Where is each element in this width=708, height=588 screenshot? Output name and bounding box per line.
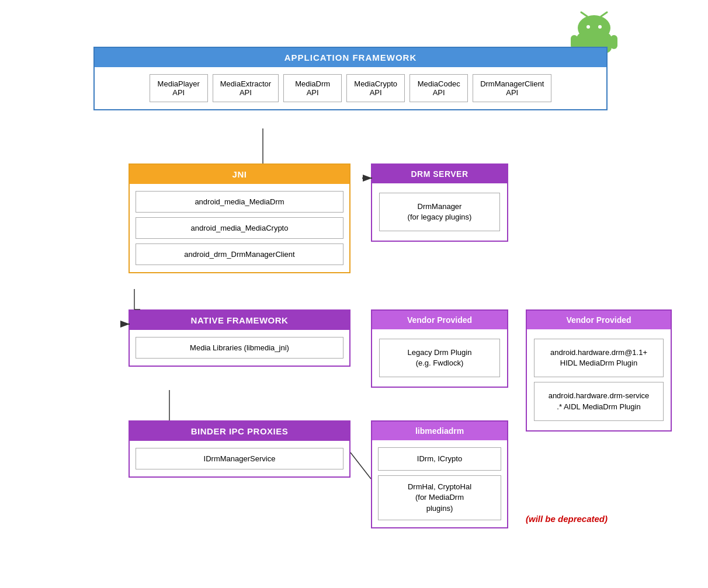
vendor-right-item-aidl: android.hardware.drm-service.* AIDL Medi… — [534, 382, 664, 420]
api-box-drmmanagerclient: DrmManagerClientAPI — [473, 74, 551, 102]
jni-item-mediacrypto: android_media_MediaCrypto — [136, 217, 343, 239]
vendor-right-box: Vendor Provided android.hardware.drm@1.1… — [526, 309, 672, 432]
binder-item-idrmmanagerservice: IDrmManagerService — [136, 448, 343, 469]
api-box-mediacodec: MediaCodecAPI — [409, 74, 468, 102]
app-framework-body: MediaPlayerAPI MediaExtractorAPI MediaDr… — [95, 67, 606, 109]
svg-point-1 — [578, 15, 610, 41]
jni-header: JNI — [130, 165, 349, 184]
app-framework-box: APPLICATION FRAMEWORK MediaPlayerAPI Med… — [93, 47, 608, 110]
libmediadrm-box: libmediadrm IDrm, ICrypto DrmHal, Crypto… — [371, 420, 508, 528]
binder-box: BINDER IPC PROXIES IDrmManagerService — [129, 420, 350, 478]
vendor-right-item-hidl: android.hardware.drm@1.1+HIDL MediaDrm P… — [534, 339, 664, 377]
jni-item-mediadrm: android_media_MediaDrm — [136, 191, 343, 213]
binder-body: IDrmManagerService — [130, 441, 349, 476]
binder-header: BINDER IPC PROXIES — [130, 422, 349, 441]
libmedia-header: libmediadrm — [372, 422, 507, 440]
svg-rect-7 — [610, 35, 617, 49]
api-box-mediaplayer: MediaPlayerAPI — [150, 74, 208, 102]
vendor-left-item-legacydrm: Legacy Drm Plugin(e.g. Fwdlock) — [379, 339, 500, 377]
diagram-container: APPLICATION FRAMEWORK MediaPlayerAPI Med… — [0, 0, 708, 588]
drm-server-body: DrmManager(for legacy plugins) — [372, 183, 507, 241]
api-box-mediaextractor: MediaExtractorAPI — [213, 74, 279, 102]
drm-server-header: DRM SERVER — [372, 165, 507, 183]
svg-line-5 — [601, 12, 607, 16]
drm-server-box: DRM SERVER DrmManager(for legacy plugins… — [371, 163, 508, 242]
svg-point-3 — [598, 25, 602, 29]
vendor-left-box: Vendor Provided Legacy Drm Plugin(e.g. F… — [371, 309, 508, 388]
jni-item-drmmanagerclient: android_drm_DrmManagerClient — [136, 243, 343, 265]
native-framework-box: NATIVE FRAMEWORK Media Libraries (libmed… — [129, 309, 350, 367]
native-fw-header: NATIVE FRAMEWORK — [130, 311, 349, 330]
api-box-mediadrm: MediaDrmAPI — [283, 74, 342, 102]
native-fw-item-medialibs: Media Libraries (libmedia_jni) — [136, 337, 343, 359]
svg-line-16 — [350, 453, 371, 479]
jni-box: JNI android_media_MediaDrm android_media… — [129, 163, 350, 273]
drm-server-item-drmmanager: DrmManager(for legacy plugins) — [379, 193, 500, 231]
vendor-left-body: Legacy Drm Plugin(e.g. Fwdlock) — [372, 329, 507, 387]
vendor-left-header: Vendor Provided — [372, 311, 507, 329]
svg-line-4 — [581, 12, 587, 16]
vendor-right-header: Vendor Provided — [527, 311, 671, 329]
app-framework-header: APPLICATION FRAMEWORK — [95, 48, 606, 67]
libmedia-item-idrm: IDrm, ICrypto — [378, 447, 501, 471]
api-box-mediacrypto: MediaCryptoAPI — [346, 74, 405, 102]
jni-body: android_media_MediaDrm android_media_Med… — [130, 184, 349, 272]
vendor-right-body: android.hardware.drm@1.1+HIDL MediaDrm P… — [527, 329, 671, 430]
libmedia-item-drmhal: DrmHal, CryptoHal(for MediaDrmplugins) — [378, 475, 501, 520]
deprecated-text: (will be deprecated) — [526, 514, 608, 524]
native-fw-body: Media Libraries (libmedia_jni) — [130, 330, 349, 366]
libmedia-body: IDrm, ICrypto DrmHal, CryptoHal(for Medi… — [372, 440, 507, 527]
svg-point-2 — [586, 25, 590, 29]
